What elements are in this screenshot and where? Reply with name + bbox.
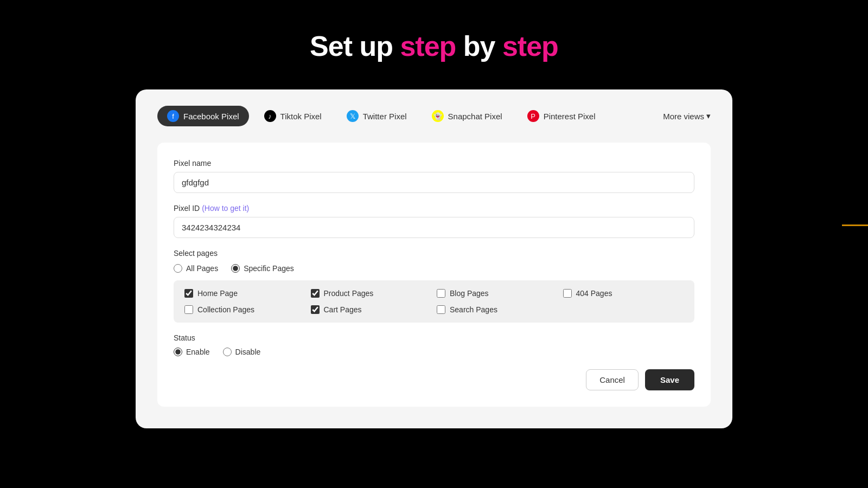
- checkbox-blog-pages-input[interactable]: [437, 289, 445, 298]
- tab-tiktok[interactable]: ♪ Tiktok Pixel: [254, 106, 331, 126]
- checkbox-search-pages[interactable]: Search Pages: [437, 305, 558, 314]
- pixel-id-group: Pixel ID (How to get it): [174, 204, 694, 238]
- radio-all-pages-input[interactable]: [174, 264, 182, 273]
- tab-pinterest[interactable]: P Pinterest Pixel: [518, 106, 605, 126]
- checkbox-cart-pages-input[interactable]: [311, 305, 320, 314]
- status-radio-group: Enable Disable: [174, 348, 694, 356]
- radio-specific-pages[interactable]: Specific Pages: [231, 264, 294, 273]
- main-card: f Facebook Pixel ♪ Tiktok Pixel 𝕏 Twitte…: [136, 89, 732, 428]
- how-to-get-it-link[interactable]: (How to get it): [202, 204, 249, 213]
- pixel-name-input[interactable]: [174, 172, 694, 193]
- pixel-id-input[interactable]: [174, 217, 694, 238]
- radio-all-pages[interactable]: All Pages: [174, 264, 218, 273]
- pixel-name-label: Pixel name: [174, 159, 694, 168]
- checkbox-404-pages-input[interactable]: [563, 289, 572, 298]
- hero-title: Set up step by step: [310, 30, 558, 62]
- arrow-line: [842, 224, 868, 226]
- checkbox-home-page-input[interactable]: [184, 289, 193, 298]
- checkbox-product-pages[interactable]: Product Pages: [311, 289, 432, 298]
- callout-container: Install pixel based on Product, Collecti…: [842, 220, 868, 230]
- checkbox-product-pages-input[interactable]: [311, 289, 320, 298]
- twitter-icon: 𝕏: [347, 110, 359, 122]
- checkbox-collection-pages-input[interactable]: [184, 305, 193, 314]
- snapchat-icon: 👻: [432, 110, 444, 122]
- form-actions: Cancel Save: [174, 369, 694, 390]
- facebook-icon: f: [167, 110, 179, 122]
- cancel-button[interactable]: Cancel: [586, 369, 639, 390]
- save-button[interactable]: Save: [645, 369, 694, 390]
- checkbox-404-pages[interactable]: 404 Pages: [563, 289, 684, 298]
- status-disable[interactable]: Disable: [223, 348, 261, 356]
- status-enable-input[interactable]: [174, 348, 182, 356]
- tabs-bar: f Facebook Pixel ♪ Tiktok Pixel 𝕏 Twitte…: [157, 106, 711, 126]
- tiktok-icon: ♪: [264, 110, 276, 122]
- status-label: Status: [174, 333, 694, 342]
- checkbox-cart-pages[interactable]: Cart Pages: [311, 305, 432, 314]
- main-card-wrapper: f Facebook Pixel ♪ Tiktok Pixel 𝕏 Twitte…: [136, 89, 732, 428]
- status-section: Status Enable Disable: [174, 333, 694, 356]
- status-enable[interactable]: Enable: [174, 348, 210, 356]
- pinterest-icon: P: [527, 110, 539, 122]
- pixel-name-group: Pixel name: [174, 159, 694, 193]
- radio-specific-pages-input[interactable]: [231, 264, 240, 273]
- checkbox-collection-pages[interactable]: Collection Pages: [184, 305, 305, 314]
- checkbox-blog-pages[interactable]: Blog Pages: [437, 289, 558, 298]
- checkbox-home-page[interactable]: Home Page: [184, 289, 305, 298]
- chevron-down-icon: ▾: [706, 111, 711, 121]
- checkbox-grid: Home Page Product Pages Blog Pages 404 P…: [174, 280, 694, 323]
- tab-twitter[interactable]: 𝕏 Twitter Pixel: [337, 106, 417, 126]
- tab-snapchat[interactable]: 👻 Snapchat Pixel: [422, 106, 512, 126]
- checkbox-search-pages-input[interactable]: [437, 305, 445, 314]
- radio-group: All Pages Specific Pages: [174, 264, 694, 273]
- select-pages-group: Select pages All Pages Specific Pages Ho…: [174, 249, 694, 323]
- status-disable-input[interactable]: [223, 348, 232, 356]
- tab-facebook[interactable]: f Facebook Pixel: [157, 106, 249, 126]
- form-card: Pixel name Pixel ID (How to get it) Sele…: [157, 143, 711, 407]
- more-views-button[interactable]: More views ▾: [663, 111, 711, 121]
- select-pages-label: Select pages: [174, 249, 694, 258]
- pixel-id-label: Pixel ID (How to get it): [174, 204, 694, 213]
